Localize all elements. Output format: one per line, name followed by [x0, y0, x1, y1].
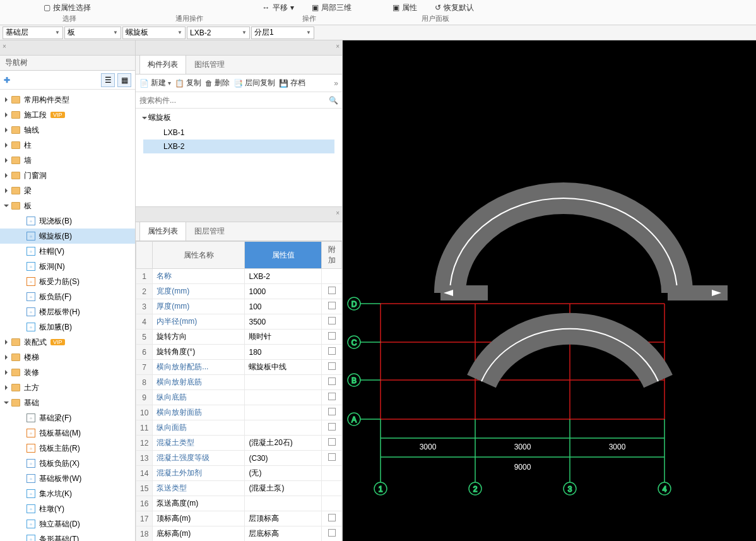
property-row[interactable]: 6旋转角度(°)180: [136, 345, 342, 360]
close-icon[interactable]: ×: [3, 43, 6, 50]
property-row[interactable]: 5旋转方向顺时针: [136, 330, 342, 345]
property-row[interactable]: 14混凝土外加剂(无): [136, 466, 342, 481]
component-item[interactable]: LXB-1: [143, 126, 334, 140]
component-root[interactable]: 螺旋板: [143, 112, 334, 123]
property-row[interactable]: 15泵送类型(混凝土泵): [136, 481, 342, 496]
tree-item[interactable]: ▫现浇板(B): [0, 213, 135, 229]
attributes-button[interactable]: ▣ 属性: [389, 1, 421, 15]
checkbox[interactable]: [328, 514, 336, 521]
tree-item[interactable]: ▫独立基础(D): [0, 516, 135, 532]
tree-item[interactable]: 装修: [0, 365, 135, 380]
tree-item-label: 梁: [24, 186, 32, 196]
local-3d-button[interactable]: ▣ 局部三维: [308, 1, 355, 15]
tree-item[interactable]: 梁: [0, 183, 135, 198]
add-icon[interactable]: ✚: [4, 76, 10, 85]
tree-item[interactable]: ▫集水坑(K): [0, 486, 135, 501]
folder-icon: [11, 338, 20, 346]
checkbox[interactable]: [328, 317, 336, 324]
tree-item[interactable]: ▫板负筋(F): [0, 289, 135, 304]
tree-item[interactable]: 楼梯: [0, 350, 135, 365]
tree-item[interactable]: ▫板洞(N): [0, 259, 135, 274]
checkbox[interactable]: [328, 453, 336, 461]
checkbox[interactable]: [328, 423, 336, 431]
delete-button[interactable]: 🗑 删除: [205, 78, 230, 88]
close-icon[interactable]: ×: [336, 43, 340, 50]
tree-item[interactable]: ▫柱墩(Y): [0, 501, 135, 516]
list-view-icon[interactable]: ☰: [101, 73, 115, 87]
tree-item[interactable]: ▫基础板带(W): [0, 471, 135, 486]
close-icon[interactable]: ×: [336, 210, 340, 217]
checkbox[interactable]: [328, 302, 336, 309]
viewport[interactable]: D C B A 1 2 3 4 3000: [343, 40, 756, 541]
restore-default-button[interactable]: ↺ 恢复默认: [431, 1, 478, 15]
tree-item[interactable]: 轴线: [0, 122, 135, 138]
property-row[interactable]: 7横向放射配筋...螺旋板中线: [136, 360, 342, 375]
property-row[interactable]: 18底标高(m)层底标高: [136, 526, 342, 542]
tree-item[interactable]: ▫筏板负筋(X): [0, 456, 135, 471]
property-row[interactable]: 1名称LXB-2: [136, 269, 342, 284]
copy-button[interactable]: 📋 复制: [175, 78, 201, 88]
tab-component-list[interactable]: 构件列表: [139, 55, 186, 74]
select-by-attr-button[interactable]: ▢ 按属性选择: [40, 1, 95, 15]
property-row[interactable]: 9纵向底筋: [136, 390, 342, 405]
folder-icon: [11, 111, 20, 119]
tree-item[interactable]: ▫筏板基础(M): [0, 425, 135, 441]
tree-item-label: 门窗洞: [24, 170, 47, 181]
grid-view-icon[interactable]: ▦: [117, 73, 131, 87]
tree-item[interactable]: ▫筏板主筋(R): [0, 441, 135, 456]
tab-property-list[interactable]: 属性列表: [139, 222, 186, 241]
property-row[interactable]: 3厚度(mm)100: [136, 299, 342, 314]
tree-item[interactable]: 基础: [0, 395, 135, 410]
property-row[interactable]: 17顶标高(m)层顶标高: [136, 511, 342, 526]
tab-drawing-mgmt[interactable]: 图纸管理: [186, 55, 233, 74]
property-row[interactable]: 2宽度(mm)1000: [136, 284, 342, 299]
new-button[interactable]: 📄 新建 ▾: [139, 78, 171, 88]
checkbox[interactable]: [328, 362, 336, 370]
tree-item[interactable]: 墙: [0, 153, 135, 168]
checkbox[interactable]: [328, 378, 336, 385]
tree-item[interactable]: 装配式VIP: [0, 335, 135, 350]
tree-item[interactable]: 土方: [0, 380, 135, 395]
checkbox[interactable]: [328, 529, 336, 537]
property-row[interactable]: 10横向放射面筋: [136, 405, 342, 420]
tree-item[interactable]: ▫柱帽(V): [0, 244, 135, 259]
layer-dropdown[interactable]: 基础层▼: [3, 27, 63, 39]
tab-layer-mgmt[interactable]: 图层管理: [186, 222, 233, 241]
checkbox[interactable]: [328, 287, 336, 294]
component-dropdown[interactable]: LXB-2▼: [187, 27, 250, 39]
property-row[interactable]: 12混凝土类型(混凝土20石): [136, 436, 342, 451]
tree-item[interactable]: 板: [0, 198, 135, 213]
tree-item[interactable]: ▫楼层板带(H): [0, 304, 135, 319]
item-icon: ▫: [27, 429, 35, 437]
tree-item[interactable]: ▫板受力筋(S): [0, 274, 135, 289]
property-row[interactable]: 13混凝土强度等级(C30): [136, 451, 342, 466]
tree-item[interactable]: ▫螺旋板(B): [0, 229, 135, 244]
pan-button[interactable]: ↔ 平移 ▾: [259, 1, 298, 15]
category-dropdown[interactable]: 板▼: [64, 27, 121, 39]
search-icon[interactable]: 🔍: [329, 96, 338, 105]
tree-item[interactable]: ▫板加腋(B): [0, 319, 135, 335]
property-row[interactable]: 4内半径(mm)3500: [136, 314, 342, 330]
checkbox[interactable]: [328, 347, 336, 355]
archive-button[interactable]: 💾 存档: [279, 78, 305, 88]
search-input[interactable]: [139, 96, 329, 105]
tree-item[interactable]: 柱: [0, 138, 135, 153]
property-row[interactable]: 8横向放射底筋: [136, 375, 342, 390]
layer-copy-button[interactable]: 📑 层间复制: [233, 78, 275, 88]
tree-item[interactable]: 门窗洞: [0, 168, 135, 183]
component-item[interactable]: LXB-2: [143, 140, 334, 153]
more-icon[interactable]: »: [334, 79, 338, 88]
checkbox[interactable]: [328, 393, 336, 400]
property-row[interactable]: 16泵送高度(m): [136, 496, 342, 511]
checkbox[interactable]: [328, 332, 336, 340]
floor-dropdown[interactable]: 分层1▼: [251, 27, 314, 39]
checkbox[interactable]: [328, 408, 336, 415]
tree-item[interactable]: 施工段VIP: [0, 107, 135, 122]
tree-item[interactable]: ▫条形基础(T): [0, 532, 135, 541]
checkbox[interactable]: [328, 438, 336, 446]
property-row[interactable]: 11纵向面筋: [136, 420, 342, 436]
tree-item[interactable]: 常用构件类型: [0, 92, 135, 107]
component-toolbar: 📄 新建 ▾ 📋 复制 🗑 删除 📑 层间复制 💾 存档 »: [136, 74, 342, 92]
subtype-dropdown[interactable]: 螺旋板▼: [122, 27, 186, 39]
tree-item[interactable]: ▫基础梁(F): [0, 410, 135, 425]
